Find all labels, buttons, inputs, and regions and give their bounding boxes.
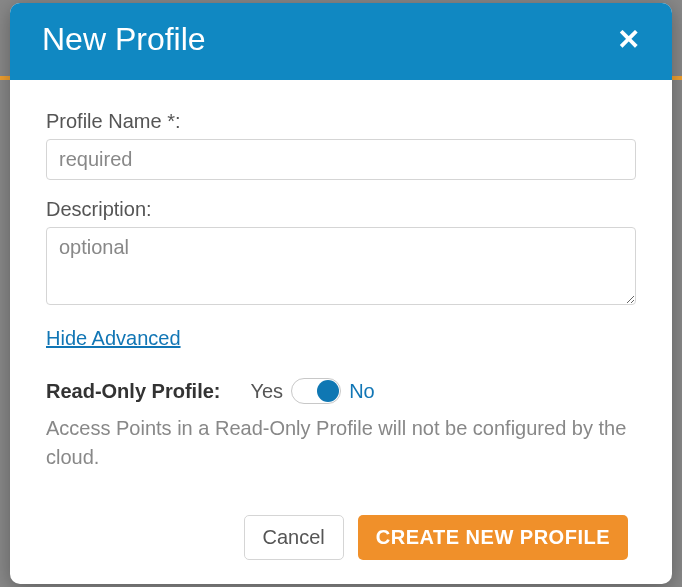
toggle-knob bbox=[317, 380, 339, 402]
modal-footer: Cancel CREATE NEW PROFILE bbox=[46, 515, 636, 560]
read-only-toggle-group: Yes No bbox=[250, 378, 374, 404]
read-only-label: Read-Only Profile: bbox=[46, 380, 220, 403]
description-textarea[interactable] bbox=[46, 227, 636, 305]
toggle-no-text: No bbox=[349, 380, 375, 403]
modal-title: New Profile bbox=[42, 21, 206, 58]
description-group: Description: bbox=[46, 198, 636, 309]
new-profile-modal: New Profile ✕ Profile Name *: Descriptio… bbox=[10, 3, 672, 584]
read-only-toggle[interactable] bbox=[291, 378, 341, 404]
profile-name-group: Profile Name *: bbox=[46, 110, 636, 180]
toggle-yes-text: Yes bbox=[250, 380, 283, 403]
modal-body: Profile Name *: Description: Hide Advanc… bbox=[10, 80, 672, 584]
profile-name-label: Profile Name *: bbox=[46, 110, 636, 133]
modal-header: New Profile ✕ bbox=[10, 3, 672, 80]
read-only-help-text: Access Points in a Read-Only Profile wil… bbox=[46, 414, 636, 472]
close-icon[interactable]: ✕ bbox=[613, 26, 644, 54]
read-only-row: Read-Only Profile: Yes No bbox=[46, 378, 636, 404]
cancel-button[interactable]: Cancel bbox=[244, 515, 344, 560]
profile-name-input[interactable] bbox=[46, 139, 636, 180]
create-profile-button[interactable]: CREATE NEW PROFILE bbox=[358, 515, 628, 560]
description-label: Description: bbox=[46, 198, 636, 221]
hide-advanced-link[interactable]: Hide Advanced bbox=[46, 327, 636, 350]
